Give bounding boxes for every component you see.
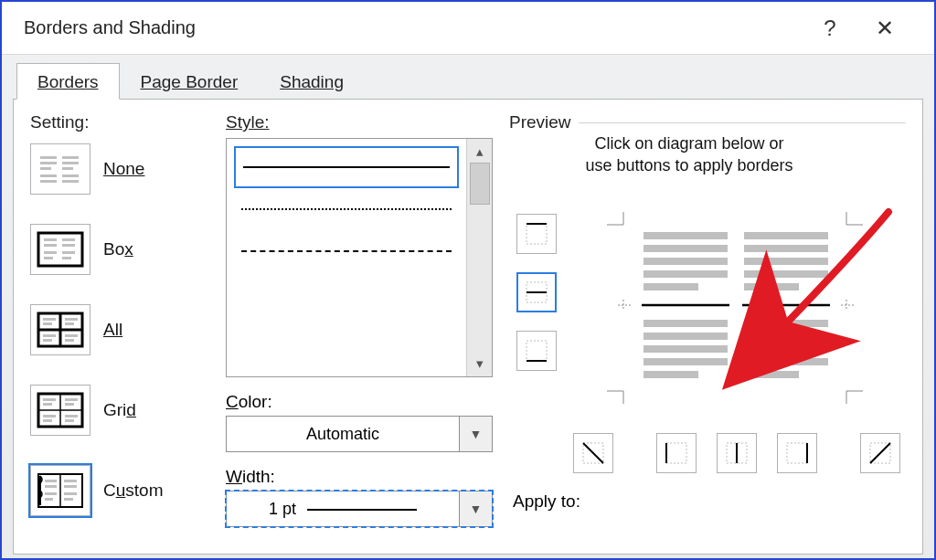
svg-rect-36 (65, 403, 74, 406)
setting-custom[interactable]: Custom (30, 465, 209, 516)
setting-custom-thumb (30, 465, 90, 516)
setting-none-label: None (103, 159, 144, 179)
svg-rect-67 (644, 258, 728, 265)
svg-rect-75 (644, 320, 728, 327)
svg-rect-50 (64, 498, 73, 501)
setting-none[interactable]: None (30, 143, 209, 195)
preview-label: Preview (509, 112, 571, 132)
svg-rect-65 (644, 232, 728, 239)
svg-rect-71 (744, 245, 828, 252)
border-inside-v-button[interactable] (717, 433, 757, 473)
svg-rect-45 (45, 485, 57, 488)
svg-rect-93 (666, 443, 686, 463)
svg-rect-97 (787, 443, 807, 463)
setting-grid-thumb (30, 385, 90, 436)
titlebar: Borders and Shading ? ✕ (2, 2, 934, 55)
svg-rect-82 (744, 345, 828, 353)
apply-to-label: Apply to: (509, 491, 906, 512)
svg-rect-12 (62, 238, 75, 241)
svg-rect-44 (64, 480, 77, 482)
svg-rect-18 (62, 257, 71, 259)
svg-rect-74 (744, 283, 799, 291)
svg-rect-43 (45, 480, 57, 482)
color-label: Color: (226, 392, 493, 412)
svg-rect-40 (65, 419, 74, 422)
scroll-up-icon[interactable]: ▴ (469, 141, 491, 163)
scroll-down-icon[interactable]: ▾ (469, 353, 491, 375)
border-inside-h-button[interactable] (516, 272, 557, 312)
svg-rect-4 (40, 167, 51, 170)
svg-rect-5 (62, 167, 73, 170)
preview-group: Preview Click on diagram below or use bu… (509, 112, 906, 554)
svg-rect-11 (44, 238, 57, 241)
svg-rect-28 (43, 339, 52, 342)
setting-grid[interactable]: Grid (30, 385, 209, 436)
dialog-body: Borders Page Border Shading Setting: (2, 55, 934, 558)
setting-all-label: All (103, 320, 122, 340)
svg-rect-68 (644, 270, 728, 278)
preview-hint: Click on diagram below or use buttons to… (509, 132, 906, 177)
svg-rect-35 (43, 403, 52, 406)
svg-rect-39 (43, 419, 52, 422)
style-dash-medium[interactable] (234, 272, 459, 314)
tab-content: Setting: None (13, 99, 923, 555)
svg-rect-33 (43, 398, 56, 401)
svg-rect-84 (744, 371, 799, 378)
svg-line-100 (870, 443, 890, 463)
width-combo[interactable]: 1 pt ▼ (226, 491, 493, 527)
svg-rect-37 (43, 415, 56, 417)
svg-line-92 (583, 443, 603, 463)
border-left-button[interactable] (656, 433, 697, 473)
close-button[interactable]: ✕ (857, 16, 912, 41)
svg-rect-7 (62, 174, 79, 177)
style-dotted[interactable] (234, 188, 459, 230)
svg-rect-23 (65, 318, 78, 321)
svg-rect-0 (40, 156, 57, 159)
svg-rect-26 (43, 334, 56, 337)
style-dash-dot[interactable] (234, 314, 459, 356)
border-diag-up-button[interactable] (860, 433, 900, 473)
svg-rect-27 (65, 334, 78, 337)
svg-rect-15 (44, 251, 57, 254)
setting-all[interactable]: All (30, 304, 209, 355)
border-diag-down-button[interactable] (573, 433, 613, 473)
help-button[interactable]: ? (803, 16, 857, 41)
style-dash-small[interactable] (234, 230, 459, 272)
svg-rect-72 (744, 258, 828, 265)
border-top-button[interactable] (516, 214, 557, 254)
svg-rect-2 (40, 162, 57, 164)
style-scrollbar[interactable]: ▴ ▾ (466, 139, 492, 376)
setting-none-thumb (30, 143, 90, 195)
style-solid[interactable] (234, 146, 459, 188)
svg-rect-46 (64, 485, 77, 488)
style-group: Style: ▴ ▾ Color: (226, 112, 493, 554)
color-dropdown-icon[interactable]: ▼ (459, 417, 492, 451)
tab-borders[interactable]: Borders (16, 63, 120, 100)
preview-diagram[interactable] (564, 194, 906, 422)
svg-rect-49 (45, 498, 53, 501)
width-value: 1 pt (227, 500, 459, 519)
style-listbox[interactable]: ▴ ▾ (226, 138, 493, 377)
svg-rect-25 (65, 322, 74, 325)
tab-page-border[interactable]: Page Border (120, 63, 260, 100)
tab-shading[interactable]: Shading (259, 63, 365, 100)
border-right-button[interactable] (777, 433, 817, 473)
svg-rect-3 (62, 162, 79, 164)
width-sample-line (307, 509, 417, 511)
setting-all-thumb (30, 304, 90, 355)
setting-group: Setting: None (30, 112, 209, 554)
width-dropdown-icon[interactable]: ▼ (459, 491, 492, 526)
svg-rect-47 (45, 492, 57, 495)
svg-rect-10 (38, 233, 82, 266)
border-bottom-button[interactable] (516, 331, 557, 371)
svg-rect-55 (526, 341, 547, 361)
svg-rect-29 (65, 339, 74, 342)
setting-box[interactable]: Box (30, 224, 209, 275)
svg-rect-77 (644, 345, 728, 353)
svg-rect-70 (744, 232, 828, 239)
scroll-thumb[interactable] (470, 163, 490, 205)
svg-rect-66 (644, 245, 728, 252)
svg-rect-17 (44, 257, 53, 259)
svg-rect-51 (526, 224, 547, 244)
color-combo[interactable]: Automatic ▼ (226, 416, 493, 452)
